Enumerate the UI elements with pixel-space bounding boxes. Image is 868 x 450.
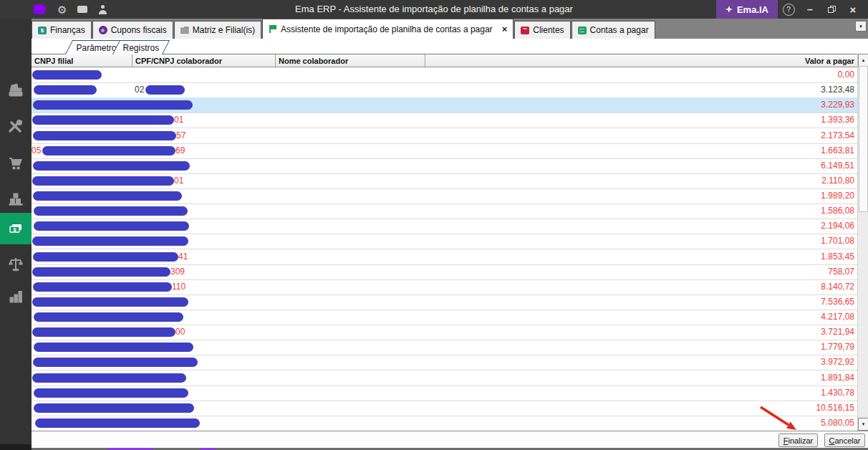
bar-chart-icon [7, 288, 24, 305]
valor-a-pagar-cell: 1.891,84 [821, 373, 854, 383]
table-row[interactable]: 05691.663,81 [32, 143, 857, 159]
table-row[interactable]: 3.972,92 [32, 355, 857, 370]
subtab-label: Registros [122, 43, 159, 53]
table-row[interactable]: 011.393,36 [32, 112, 857, 128]
redacted-pill [33, 252, 178, 262]
close-button[interactable]: × [842, 0, 864, 19]
shopping-cart-icon [7, 155, 24, 172]
cancelar-button[interactable]: Cancelar [824, 434, 865, 447]
minimize-button[interactable]: – [799, 0, 821, 19]
sidebar-item-legal[interactable] [0, 249, 32, 280]
scrollbar-thumb[interactable] [859, 66, 868, 212]
tab-label: Finanças [50, 25, 85, 35]
ema-ia-button[interactable]: Ema.IA [716, 0, 778, 19]
scroll-up-button[interactable]: ▲ [858, 54, 868, 67]
valor-a-pagar-cell: 1.586,08 [821, 206, 854, 216]
restore-button[interactable] [821, 0, 842, 19]
valor-a-pagar-cell: 8.140,72 [821, 282, 854, 292]
clients-icon [521, 27, 529, 34]
tab-overflow-button[interactable]: ▼ [855, 21, 867, 32]
button-label: ancelar [834, 436, 860, 445]
redacted-pill [34, 343, 193, 352]
chat-icon[interactable] [77, 6, 87, 13]
column-header-cnpj-filial: CNPJ filial [32, 54, 132, 67]
folder-icon [180, 27, 189, 34]
redacted-pill [32, 176, 174, 186]
sidebar-item-shopping[interactable] [0, 148, 32, 179]
help-icon: ? [783, 4, 795, 16]
valor-a-pagar-cell: 1.989,20 [821, 191, 854, 201]
money-icon: $ [7, 220, 24, 237]
table-row[interactable]: 2.194,06 [32, 219, 857, 234]
table-row[interactable]: 3.229,93 [32, 97, 857, 113]
sidebar-item-pos[interactable] [0, 75, 32, 107]
valor-a-pagar-cell: 5.080,05 [821, 418, 854, 428]
cell-text-fragment: 01 [174, 115, 183, 125]
valor-a-pagar-cell: 3.721,94 [821, 327, 854, 337]
sparkle-icon [725, 6, 733, 13]
column-header-nome-colaborador: Nome colaborador [276, 54, 425, 67]
inventory-icon [7, 190, 24, 207]
table-row[interactable]: 0,00 [32, 67, 857, 83]
table-row[interactable]: 1.430,78 [32, 386, 857, 401]
tab-assistente-importacao[interactable]: Assistente de importação de planilha de … [262, 19, 513, 39]
ema-ia-label: Ema.IA [737, 4, 768, 15]
help-button[interactable]: ? [778, 0, 799, 19]
tab-label: Matriz e Filial(is) [193, 25, 255, 35]
redacted-pill [34, 206, 188, 216]
sidebar-item-tools[interactable] [0, 111, 32, 143]
column-header-cpf-cnpj-colaborador: CPF/CNPJ colaborador [132, 54, 276, 67]
grid-header: CNPJ filial CPF/CNPJ colaborador Nome co… [32, 54, 857, 67]
column-header-valor-a-pagar: Valor a pagar [425, 54, 857, 67]
redacted-pill [33, 100, 193, 110]
sidebar-item-stock[interactable] [0, 183, 32, 214]
table-row[interactable]: 012.110,80 [32, 173, 857, 189]
scroll-down-button[interactable]: ▼ [858, 418, 868, 431]
table-row[interactable]: 1.891,84 [32, 370, 857, 386]
table-row[interactable]: 309758,07 [32, 264, 857, 280]
sidebar-item-finance[interactable]: $ [0, 213, 32, 244]
tab-contas-a-pagar[interactable]: Contas a pagar [572, 21, 655, 39]
table-row[interactable]: 1.989,20 [32, 188, 857, 204]
main-tabbar: $ Finanças Cupons fiscais Matriz e Filia… [32, 19, 868, 39]
redacted-pill [32, 297, 188, 307]
cell-text-fragment: 69 [175, 145, 185, 155]
finalizar-button[interactable]: Finalizar [778, 434, 818, 447]
valor-a-pagar-cell: 7.536,65 [821, 297, 854, 307]
table-row[interactable]: 7.536,65 [32, 295, 857, 310]
subtab-registros[interactable]: Registros [112, 40, 170, 54]
table-row[interactable]: 411.853,45 [32, 249, 857, 265]
table-row[interactable]: 1.779,79 [32, 340, 857, 355]
redacted-pill [33, 161, 190, 171]
chevron-down-icon: ▼ [859, 24, 863, 29]
redacted-pill [33, 191, 182, 201]
gear-icon[interactable]: ⚙ [57, 4, 67, 15]
tab-cupons-fiscais[interactable]: Cupons fiscais [92, 21, 173, 39]
table-row[interactable]: 003.721,94 [32, 325, 857, 340]
table-row[interactable]: 5.080,05 [32, 416, 857, 431]
tab-label: Clientes [533, 25, 564, 35]
redacted-pill [32, 327, 175, 337]
arrow-down-icon: ▼ [862, 422, 866, 426]
sidebar-item-reports[interactable] [0, 281, 32, 312]
table-row[interactable]: 023.123,48 [32, 82, 857, 98]
grid-rows: 0,00023.123,483.229,93011.393,36572.173,… [32, 67, 857, 431]
user-icon[interactable] [98, 5, 107, 14]
table-row[interactable]: 572.173,54 [32, 128, 857, 144]
tab-close-icon[interactable]: × [502, 24, 508, 34]
tab-matriz-filiais[interactable]: Matriz e Filial(is) [174, 21, 261, 39]
table-row[interactable]: 10.516,15 [32, 401, 857, 416]
vertical-scrollbar[interactable]: ▲ ▼ [857, 54, 868, 431]
table-row[interactable]: 1.586,08 [32, 204, 857, 219]
button-label: inalizar [788, 436, 813, 445]
table-row[interactable]: 1.701,08 [32, 234, 857, 249]
valor-a-pagar-cell: 0,00 [838, 70, 854, 80]
table-row[interactable]: 1108.140,72 [32, 279, 857, 295]
tab-financas[interactable]: $ Finanças [32, 21, 92, 39]
table-row[interactable]: 6.149,51 [32, 158, 857, 174]
cell-text-fragment: 00 [175, 327, 185, 337]
tab-clientes[interactable]: Clientes [514, 21, 570, 39]
arrow-up-icon: ▲ [862, 58, 866, 62]
table-row[interactable]: 4.217,08 [32, 310, 857, 325]
valor-a-pagar-cell: 10.516,15 [816, 403, 854, 413]
